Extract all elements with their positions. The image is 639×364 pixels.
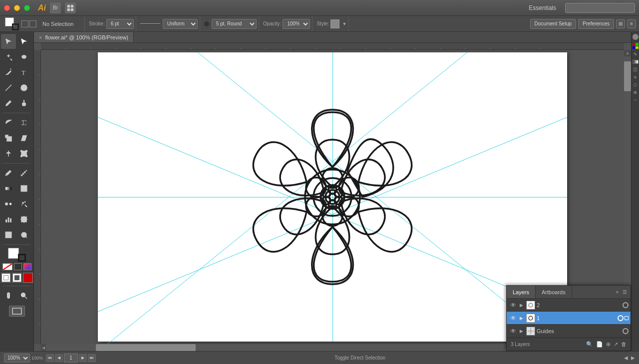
magic-wand-tool[interactable] (1, 49, 16, 64)
artboards-tab[interactable]: Artboards (536, 286, 572, 298)
scale-tool[interactable] (1, 131, 16, 146)
pathfinder-icon[interactable]: ⬡ (634, 83, 637, 87)
stroke-type-select[interactable]: Uniform (163, 19, 198, 29)
scroll-up-arrow[interactable]: ▲ (625, 50, 631, 56)
extra-tool[interactable] (16, 227, 31, 242)
next-page-btn[interactable]: ▶ (79, 354, 87, 362)
stroke-box[interactable] (12, 23, 19, 30)
layer-2-visibility[interactable]: 👁 (509, 302, 518, 309)
stroke-value-select[interactable]: 6 pt (106, 19, 134, 29)
eyedropper-tool[interactable] (1, 166, 16, 181)
layer-1-visibility[interactable]: 👁 (509, 315, 518, 322)
layer-row-guides[interactable]: 👁 ▶ Guides (507, 325, 631, 338)
transparency-icon[interactable]: ◫ (633, 67, 638, 72)
normal-mode-icon[interactable] (21, 20, 28, 27)
zoom-tool[interactable] (16, 288, 31, 303)
status-arrow-left[interactable]: ◀ (624, 355, 628, 361)
selection-tool[interactable] (1, 34, 16, 49)
measure-tool[interactable] (16, 166, 31, 181)
preview-mode-btn[interactable] (12, 273, 22, 283)
symbol-sprayer-tool[interactable] (16, 196, 31, 211)
status-arrow-right[interactable]: ▶ (631, 355, 635, 361)
gradient-panel-icon[interactable] (633, 60, 639, 64)
delete-layer-icon[interactable]: 🗑 (621, 341, 627, 348)
guides-circle[interactable] (623, 328, 629, 334)
duplicate-layer-icon[interactable]: ⊕ (606, 341, 611, 348)
column-graph-tool[interactable] (1, 212, 16, 227)
first-page-btn[interactable]: ⏮ (46, 354, 54, 362)
close-button[interactable] (4, 5, 10, 11)
scroll-thumb-h[interactable] (96, 344, 196, 351)
style-preview[interactable] (330, 19, 339, 28)
align-icon[interactable]: ≡ (634, 75, 637, 80)
slice-tool[interactable] (1, 227, 16, 242)
search-input[interactable] (565, 3, 635, 13)
brush-select[interactable]: 5 pt. Round (212, 19, 257, 29)
transform-tool[interactable] (16, 146, 31, 161)
color-swatch-fg[interactable] (2, 263, 12, 270)
fill-stroke-indicator[interactable] (5, 17, 19, 30)
panel-menu-icon[interactable]: ☰ (621, 289, 629, 295)
arrange-icon[interactable] (65, 2, 76, 13)
normal-mode-btn[interactable] (1, 273, 11, 283)
style-dropdown-arrow[interactable]: ▼ (342, 21, 346, 26)
preferences-button[interactable]: Preferences (578, 19, 614, 29)
gradient-tool[interactable] (1, 181, 16, 196)
reflect-tool[interactable] (16, 115, 31, 130)
last-page-btn[interactable]: ⏭ (88, 354, 96, 362)
layer-row-1[interactable]: 👁 ▶ 1 (507, 312, 631, 325)
zoom-select[interactable]: 100% (4, 354, 30, 363)
maximize-button[interactable] (24, 5, 30, 11)
type-tool[interactable]: T (16, 65, 31, 80)
search-layers-icon[interactable]: 🔍 (586, 341, 593, 348)
lasso-tool[interactable] (16, 49, 31, 64)
guides-expand[interactable]: ▶ (518, 329, 525, 334)
screen-mode-btn[interactable] (1, 306, 32, 317)
hand-tool[interactable] (1, 288, 16, 303)
bridge-icon[interactable]: Br (50, 2, 61, 13)
scroll-left-arrow[interactable]: ◀ (41, 345, 46, 351)
layer-2-expand[interactable]: ▶ (518, 303, 525, 308)
color-swatch-grad[interactable] (23, 263, 31, 270)
opacity-select[interactable]: 100% (283, 19, 310, 29)
panel-expand-icon[interactable]: » (614, 289, 620, 295)
document-setup-button[interactable]: Document Setup (530, 19, 577, 29)
gradient-mode-icon[interactable] (29, 20, 36, 27)
layer-1-expand[interactable]: ▶ (518, 316, 525, 321)
rotate-tool[interactable] (1, 115, 16, 130)
blob-brush-tool[interactable] (16, 96, 31, 111)
brush-icon[interactable]: ✎ (634, 52, 638, 57)
width-tool[interactable] (1, 146, 16, 161)
minimize-button[interactable] (14, 5, 20, 11)
stroke-swatch[interactable] (18, 254, 26, 262)
layer-1-circle[interactable] (618, 315, 624, 321)
page-number-input[interactable]: 1 (64, 354, 78, 363)
mesh-tool[interactable] (16, 181, 31, 196)
direct-selection-tool[interactable] (16, 34, 31, 49)
arrange-view-icon[interactable]: ⊞ (616, 19, 625, 28)
pencil-tool[interactable] (1, 96, 16, 111)
stroke-panel-icon[interactable]: ─ (634, 98, 637, 102)
shear-tool[interactable] (16, 131, 31, 146)
move-to-layer-icon[interactable]: ↗ (614, 341, 618, 348)
color-picker-icon[interactable] (633, 34, 639, 40)
color-swatch-bg[interactable] (14, 263, 22, 270)
document-tab[interactable]: × flower.ai* @ 100% (RGB/Preview) (34, 32, 134, 42)
layers-tab[interactable]: Layers (507, 286, 536, 298)
new-layer-icon[interactable]: 📄 (596, 341, 603, 348)
screen-mode-icon[interactable] (9, 306, 25, 317)
isolation-mode-btn[interactable] (23, 273, 33, 283)
flower-artwork[interactable] (248, 102, 417, 292)
workspace-selector[interactable]: Essentials (529, 4, 556, 11)
layer-row-2[interactable]: 👁 ▶ 2 (507, 299, 631, 312)
fill-swatch[interactable] (8, 248, 19, 259)
blend-tool[interactable] (1, 196, 16, 211)
transform-panel-icon[interactable]: ⊞ (634, 90, 637, 95)
settings-icon[interactable]: ≡ (627, 19, 636, 28)
scroll-thumb-v[interactable] (624, 61, 631, 91)
tab-close-btn[interactable]: × (39, 34, 42, 40)
layer-2-circle[interactable] (623, 302, 629, 308)
swatches-icon[interactable] (633, 43, 639, 49)
artboard[interactable] (98, 52, 567, 342)
pen-tool[interactable] (1, 65, 16, 80)
